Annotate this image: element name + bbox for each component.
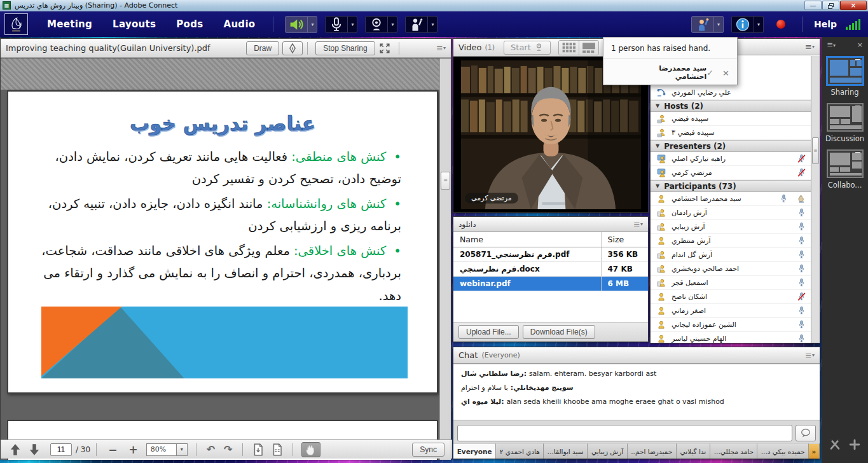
microphone-icon[interactable] <box>797 320 806 329</box>
raise-hand-person-icon[interactable] <box>405 16 428 33</box>
attendee-row[interactable]: اسمعيل قجر <box>651 276 811 290</box>
file-row[interactable]: فرم نظرسنجي.docx 47 KB <box>453 262 648 277</box>
chat-tab-private[interactable]: سيد ابوالقا... <box>544 443 588 459</box>
layout-collaboration-thumbnail[interactable] <box>827 149 864 178</box>
chat-input[interactable] <box>457 425 792 441</box>
microphone-icon[interactable] <box>797 278 806 287</box>
zoom-out-button[interactable]: − <box>108 443 117 456</box>
files-pod-menu-icon[interactable]: ≡▾ <box>633 219 643 229</box>
webcam-control[interactable]: ▾ <box>365 16 397 33</box>
file-row-selected[interactable]: webinar.pdf 6 MB <box>453 277 648 291</box>
attendee-row[interactable]: آرش رادمان <box>651 206 811 220</box>
approve-check-icon[interactable]: ✓ <box>706 68 713 78</box>
microphone-icon[interactable] <box>797 236 806 245</box>
attendees-scrollbar[interactable]: ≡ <box>811 56 820 343</box>
chat-tab-private[interactable]: حميده بيكي د... <box>757 443 808 459</box>
microphone-icon[interactable] <box>325 16 348 33</box>
sidebar-menu-icon[interactable]: ≡▾ <box>827 40 836 49</box>
raised-hand-icon[interactable] <box>797 194 806 204</box>
raised-hand-dropdown[interactable]: ▾ <box>714 16 724 33</box>
chat-tab-private[interactable]: آرش زيبايي <box>588 443 628 459</box>
grid-view-icon[interactable] <box>559 41 579 55</box>
attendee-row[interactable]: سپيده فيضي ۳ <box>651 126 811 140</box>
info-control[interactable]: ▾ <box>731 16 764 33</box>
microphone-icon[interactable] <box>797 264 806 273</box>
microphone-muted-icon[interactable] <box>797 168 806 177</box>
attendee-row[interactable]: اصغر زماني <box>651 304 811 318</box>
fit-width-icon[interactable] <box>270 443 284 457</box>
attendee-row[interactable]: سيد محمدرضا احتشامي <box>651 192 811 206</box>
stop-sharing-button[interactable]: Stop Sharing <box>315 41 375 55</box>
file-row[interactable]: فرم نظرسنجي_205871.pdf 356 KB <box>453 247 648 262</box>
microphone-icon[interactable] <box>797 250 806 259</box>
undo-button[interactable]: ↶ <box>207 443 215 455</box>
upload-file-button[interactable]: Upload File... <box>458 325 519 339</box>
menu-meeting[interactable]: Meeting <box>47 18 92 30</box>
hosts-section-header[interactable]: ▼ Hosts (2) <box>651 100 811 112</box>
attendee-row[interactable]: علي رضايي الموردي <box>651 86 811 100</box>
layout-tools-icon[interactable] <box>828 438 842 452</box>
menu-layouts[interactable]: Layouts <box>113 18 156 30</box>
pointer-pen-button[interactable] <box>282 41 303 55</box>
scrollbar-thumb[interactable]: ≡ <box>812 137 819 164</box>
redo-button[interactable]: ↷ <box>224 443 232 455</box>
download-files-button[interactable]: Download File(s) <box>523 325 595 339</box>
participants-section-header[interactable]: ▼ Participants (73) <box>651 180 811 192</box>
layout-sharing-thumbnail[interactable] <box>827 57 864 85</box>
page-number-input[interactable] <box>50 443 72 456</box>
menu-audio[interactable]: Audio <box>223 18 255 30</box>
connection-signal-icon[interactable] <box>846 19 860 30</box>
minimize-button[interactable]: — <box>804 1 822 10</box>
restore-button[interactable] <box>822 1 839 10</box>
files-column-name[interactable]: Name <box>453 232 601 247</box>
fit-page-icon[interactable] <box>251 443 265 457</box>
zoom-dropdown-icon[interactable]: ▾ <box>177 443 188 456</box>
microphone-icon[interactable] <box>797 222 806 232</box>
chat-tab-private[interactable]: حميدرضا احم.. <box>628 443 677 459</box>
status-control[interactable]: ▾ <box>405 16 437 33</box>
dismiss-x-icon[interactable]: × <box>722 68 729 78</box>
webcam-dropdown[interactable]: ▾ <box>388 16 397 33</box>
chat-tab-everyone[interactable]: Everyone <box>453 443 496 459</box>
fullscreen-icon[interactable] <box>378 41 392 55</box>
webcam-icon[interactable] <box>365 16 388 33</box>
attendee-row[interactable]: آرش گل اندام <box>651 248 811 262</box>
microphone-icon[interactable] <box>779 194 789 204</box>
microphone-muted-icon[interactable] <box>797 292 806 301</box>
raised-hand-icon[interactable] <box>691 16 714 33</box>
attendee-row[interactable]: مرتضي كرمي <box>651 166 811 180</box>
microphone-icon[interactable] <box>797 306 806 315</box>
sync-button[interactable]: Sync <box>412 443 444 457</box>
document-scrollbar[interactable]: ≡ <box>439 59 451 460</box>
help-menu[interactable]: Help <box>814 19 837 29</box>
files-column-size[interactable]: Size <box>601 232 648 247</box>
close-button[interactable]: × <box>840 1 867 10</box>
zoom-in-button[interactable]: + <box>128 443 137 456</box>
zoom-level-select[interactable]: 80% ▾ <box>146 443 188 456</box>
chat-tab-private[interactable]: ندا گيلاني <box>677 443 711 459</box>
draw-button[interactable]: Draw <box>246 41 279 55</box>
speaker-control[interactable]: ▾ <box>285 16 317 33</box>
attendee-row[interactable]: راهبه تياركي اصلي <box>651 152 811 166</box>
info-dropdown[interactable]: ▾ <box>754 16 764 33</box>
chat-tab-private[interactable]: حامد مجللي... <box>710 443 757 459</box>
start-webcam-button[interactable]: Start <box>504 41 551 55</box>
sidebar-close-icon[interactable]: × <box>857 41 863 49</box>
attendee-row[interactable]: آرش زيبايي <box>651 220 811 234</box>
speaker-icon[interactable] <box>285 16 308 33</box>
filmstrip-view-icon[interactable] <box>579 41 598 55</box>
status-dropdown[interactable]: ▾ <box>428 16 437 33</box>
attendee-row[interactable]: اشكان ناصح <box>651 290 811 304</box>
previous-page-button[interactable] <box>8 443 22 457</box>
add-layout-icon[interactable] <box>848 438 862 452</box>
pan-hand-tool[interactable] <box>301 442 320 457</box>
scrollbar-thumb[interactable]: ≡ <box>441 172 450 190</box>
attendees-pod-menu-icon[interactable]: ≡▾ <box>805 42 815 52</box>
microphone-muted-icon[interactable] <box>797 154 806 163</box>
attendee-row[interactable]: الشين عموزاده ليجاني <box>651 318 811 332</box>
more-tabs-button[interactable]: » <box>809 443 820 459</box>
layout-discussion-thumbnail[interactable] <box>827 103 864 132</box>
microphone-icon[interactable] <box>797 208 806 218</box>
info-icon[interactable] <box>731 16 754 33</box>
chat-pod-menu-icon[interactable]: ≡▾ <box>805 350 815 360</box>
